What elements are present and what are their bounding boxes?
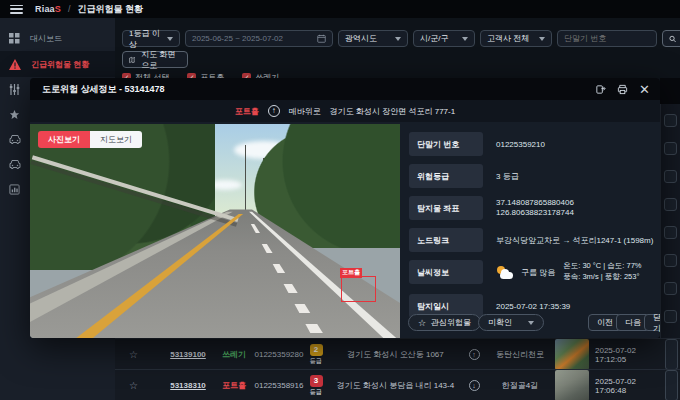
detail-label: 단말기 번호 xyxy=(409,132,483,156)
status-select[interactable]: 미확인 xyxy=(478,314,544,331)
detail-label: 탐지물 좌표 xyxy=(409,196,483,220)
sidebar-item-hazard-status[interactable]: 긴급위험물 현황 xyxy=(0,51,115,77)
chevron-down-icon xyxy=(462,37,468,41)
row-action-button[interactable] xyxy=(664,282,677,295)
print-icon[interactable] xyxy=(617,84,628,95)
calendar-icon xyxy=(317,34,326,43)
table-row[interactable]: ☆ 53139100 쓰레기 01225359280 2 등급 경기도 화성시 … xyxy=(115,338,680,369)
table-row[interactable]: ☆ 53138310 포트홀 01225358916 3 등급 경기도 화성시 … xyxy=(115,369,680,400)
filter-bar: 1등급 이상 2025-06-25 ~ 2025-07-02 광역시도 시/군/… xyxy=(115,18,680,84)
road-photo-view: 포트홀 사진보기 지도보기 xyxy=(30,124,400,338)
client-filter-select[interactable]: 고객사 전체 xyxy=(480,30,552,47)
row-action-button[interactable] xyxy=(664,142,677,155)
row-action-button[interactable] xyxy=(665,370,678,400)
row-action-button[interactable] xyxy=(664,310,677,323)
top-bar: RiaaS / 긴급위험물 현황 xyxy=(0,0,680,18)
map-view-button[interactable]: 지도 화면으로 xyxy=(122,51,188,68)
route-address: 경기도 화성시 장안면 석포리 777-1 xyxy=(330,106,455,117)
row-action-button[interactable] xyxy=(664,226,677,239)
close-button[interactable]: 닫기 xyxy=(644,314,660,331)
district-filter-select[interactable]: 시/군/구 xyxy=(413,30,475,47)
address: 경기도 화성시 오산동 1067 xyxy=(333,339,458,370)
row-action-button[interactable] xyxy=(664,254,677,267)
detail-label: 위험등급 xyxy=(409,164,483,188)
pothole-bounding-box: 포트홀 xyxy=(341,276,376,302)
hamburger-menu-icon[interactable] xyxy=(10,5,23,14)
detail-value: 37.148087865880406 126.80638823178744 xyxy=(496,194,574,222)
row-action-button[interactable] xyxy=(664,170,677,183)
hazard-type-label: 포트홀 xyxy=(235,106,259,117)
modal-header: 도로위험 상세정보 - 53141478 ✕ xyxy=(30,78,660,100)
dashboard-grid-icon xyxy=(9,33,20,44)
direction-down-icon: ↓ xyxy=(469,380,480,391)
row-thumbnail[interactable] xyxy=(555,370,589,400)
sliders-icon xyxy=(9,84,20,95)
sidebar-item-label: 긴급위험물 현황 xyxy=(31,59,89,70)
detected-datetime: 2025-07-02 17:06:48 xyxy=(595,370,663,400)
device-number: 01225359280 xyxy=(253,339,305,370)
modal-title: 도로위험 상세정보 - 53141478 xyxy=(42,83,165,96)
vehicle-icon xyxy=(9,134,21,145)
favorite-star-icon[interactable]: ☆ xyxy=(129,370,138,400)
hazard-detail-modal: 도로위험 상세정보 - 53141478 ✕ 포트홀 ↑ 매바위로 경기도 화성… xyxy=(30,78,660,338)
chevron-down-icon xyxy=(528,321,534,325)
star-icon xyxy=(9,109,20,120)
app-root: RiaaS / 긴급위험물 현황 대시보드 긴급위험물 현황 xyxy=(0,0,680,400)
breadcrumb-separator: / xyxy=(68,4,71,14)
favorite-hazard-button[interactable]: ☆ 관심위험물 xyxy=(408,314,481,331)
warning-triangle-icon xyxy=(9,59,21,70)
hazard-type: 쓰레기 xyxy=(219,339,249,370)
date-range-input[interactable]: 2025-06-25 ~ 2025-07-02 xyxy=(185,30,333,47)
sidebar-item-dashboard[interactable]: 대시보드 xyxy=(0,25,115,51)
photo-view-tab[interactable]: 사진보기 xyxy=(38,131,90,148)
weather-desc: 구름 많음 xyxy=(521,267,555,278)
hazard-id-link[interactable]: 53138310 xyxy=(163,370,213,400)
direction-icon-wrap: ↑ xyxy=(467,339,481,370)
row-action-button[interactable] xyxy=(664,198,677,211)
weather-info: 구름 많음 온도: 30 °C | 습도: 77% 풍속: 3m/s | 풍향:… xyxy=(496,257,642,287)
row-action-button[interactable] xyxy=(664,114,677,127)
chevron-down-icon xyxy=(539,37,545,41)
direction-compass-icon: ↑ xyxy=(268,105,280,117)
detail-label: 노드링크 xyxy=(409,228,483,252)
row-thumbnail[interactable] xyxy=(555,339,589,370)
grade-badge: 3 등급 xyxy=(307,370,325,400)
address: 경기도 화성시 봉담읍 내리 143-4 xyxy=(333,370,458,400)
star-icon: ☆ xyxy=(418,318,426,328)
device-number: 01225358916 xyxy=(253,370,305,400)
road-name: 한절골4길 xyxy=(487,370,553,400)
device-number-input[interactable] xyxy=(557,30,657,47)
hazard-type: 포트홀 xyxy=(219,370,249,400)
partly-cloudy-icon xyxy=(496,266,513,279)
table-header-edge xyxy=(660,78,680,104)
favorite-star-icon[interactable]: ☆ xyxy=(129,339,138,370)
route-info-bar: 포트홀 ↑ 매바위로 경기도 화성시 장안면 석포리 777-1 xyxy=(30,100,660,122)
detail-value: 01225359210 xyxy=(496,132,545,156)
detail-label: 날씨정보 xyxy=(409,260,483,284)
row-action-button[interactable] xyxy=(665,339,678,370)
chart-icon xyxy=(9,184,20,195)
table-edge-strip xyxy=(660,78,680,338)
map-view-tab[interactable]: 지도보기 xyxy=(90,131,142,148)
chevron-down-icon xyxy=(395,37,401,41)
detected-datetime: 2025-07-02 17:12:05 xyxy=(595,339,663,370)
chevron-down-icon xyxy=(167,37,173,41)
grade-filter-select[interactable]: 1등급 이상 xyxy=(122,30,180,47)
search-button[interactable]: 검색 xyxy=(662,30,680,47)
hazard-id-link[interactable]: 53139100 xyxy=(163,339,213,370)
direction-icon-wrap: ↓ xyxy=(467,370,481,400)
search-icon xyxy=(669,35,676,43)
detail-panel: 단말기 번호 01225359210 위험등급 3 등급 탐지물 좌표 37.1… xyxy=(400,124,660,338)
weather-metrics: 온도: 30 °C | 습도: 77% 풍속: 3m/s | 풍향: 253° xyxy=(563,261,641,283)
direction-up-icon: ↑ xyxy=(469,349,480,360)
vehicle-icon xyxy=(9,159,21,170)
breadcrumb: 긴급위험물 현황 xyxy=(78,3,144,16)
close-icon[interactable]: ✕ xyxy=(639,83,650,96)
province-filter-select[interactable]: 광역시도 xyxy=(338,30,408,47)
road-name: 동탄신리천로 xyxy=(487,339,553,370)
copy-export-icon[interactable] xyxy=(595,84,606,95)
map-icon xyxy=(129,56,135,64)
grade-badge: 2 등급 xyxy=(307,339,325,370)
brand-logo[interactable]: RiaaS xyxy=(35,4,61,14)
view-toggle-group: 사진보기 지도보기 xyxy=(38,131,142,148)
